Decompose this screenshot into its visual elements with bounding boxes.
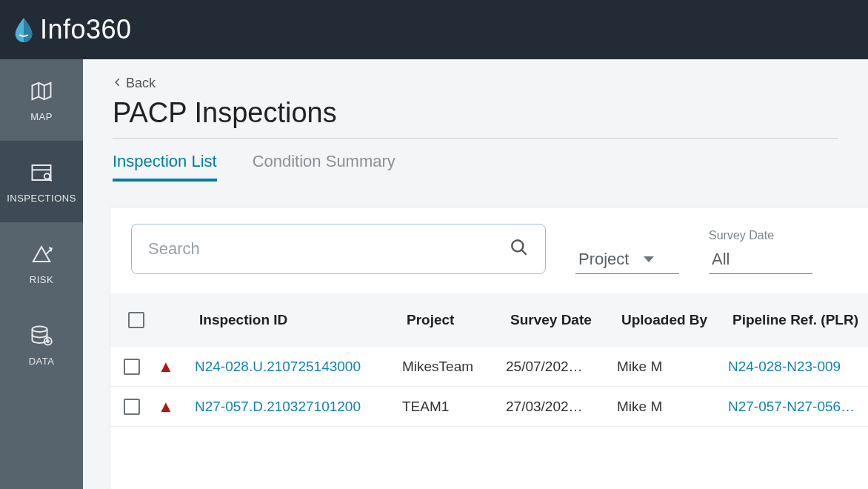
svg-rect-0 [33,165,51,180]
col-uploaded-by: Uploaded By [617,309,728,332]
survey-date-value: All [712,250,730,269]
search-input[interactable] [148,239,510,259]
inspections-icon [29,160,54,185]
table-row[interactable]: ▲ N24-028.U.210725143000 MikesTeam 25/07… [110,347,868,387]
list-panel: Project Survey Date All Inspection ID P [110,207,868,489]
plr-link[interactable]: N27-057-N27-056… [728,399,868,415]
table-header: Inspection ID Project Survey Date Upload… [110,293,868,347]
row-checkbox[interactable] [124,399,140,415]
content-area: Back PACP Inspections Inspection List Co… [83,59,868,489]
project-filter: Project [575,245,679,274]
svg-point-1 [44,173,50,179]
brand-droplet-icon [13,17,34,42]
row-checkbox[interactable] [124,359,140,375]
tab-inspection-list[interactable]: Inspection List [113,152,217,182]
inspection-id-link[interactable]: N24-028.U.210725143000 [195,359,402,375]
search-box[interactable] [131,224,546,274]
col-project: Project [402,309,506,332]
table-row[interactable]: ▲ N27-057.D.210327101200 TEAM1 27/03/202… [110,387,868,427]
sidebar: MAP INSPECTIONS RISK [0,59,83,489]
sidebar-item-inspections[interactable]: INSPECTIONS [0,141,83,222]
top-bar: Info360 [0,0,868,59]
cell-project: MikesTeam [402,359,506,375]
tab-condition-summary[interactable]: Condition Summary [253,152,395,182]
survey-date-label: Survey Date [709,229,812,242]
cell-project: TEAM1 [402,399,506,415]
database-icon [29,323,54,348]
chevron-left-icon [113,76,123,91]
warning-icon: ▲ [158,357,195,376]
risk-icon [29,242,54,267]
back-label: Back [126,76,156,91]
back-button[interactable]: Back [113,76,838,91]
warning-icon: ▲ [158,397,195,416]
sidebar-item-label: DATA [29,356,55,367]
page-title: PACP Inspections [113,97,838,129]
plr-link[interactable]: N24-028-N23-009 [728,359,868,375]
sidebar-item-map[interactable]: MAP [0,59,83,141]
col-plr: Pipeline Ref. (PLR) [728,309,868,332]
project-select-label: Project [578,250,629,269]
cell-uploaded-by: Mike M [617,359,728,375]
map-icon [29,79,54,104]
chevron-down-icon [644,256,654,262]
survey-date-select[interactable]: All [709,245,812,274]
sidebar-item-label: RISK [30,274,53,285]
brand: Info360 [13,14,132,45]
sidebar-item-label: INSPECTIONS [7,193,76,204]
cell-survey-date: 25/07/202… [506,359,617,375]
svg-point-2 [33,326,47,332]
col-inspection-id: Inspection ID [195,309,402,332]
cell-survey-date: 27/03/202… [506,399,617,415]
brand-name: Info360 [40,14,132,45]
tabs: Inspection List Condition Summary [83,139,868,182]
survey-date-filter: Survey Date All [709,229,812,274]
svg-point-4 [512,240,523,251]
sidebar-item-label: MAP [30,111,53,122]
inspection-table: Inspection ID Project Survey Date Upload… [110,293,868,427]
search-icon [510,238,529,260]
project-select[interactable]: Project [575,245,679,274]
inspection-id-link[interactable]: N27-057.D.210327101200 [195,399,402,415]
sidebar-item-data[interactable]: DATA [0,304,83,385]
filter-bar: Project Survey Date All [110,224,868,274]
col-survey-date: Survey Date [506,309,617,332]
sidebar-item-risk[interactable]: RISK [0,222,83,304]
cell-uploaded-by: Mike M [617,399,728,415]
select-all-checkbox[interactable] [128,312,144,328]
